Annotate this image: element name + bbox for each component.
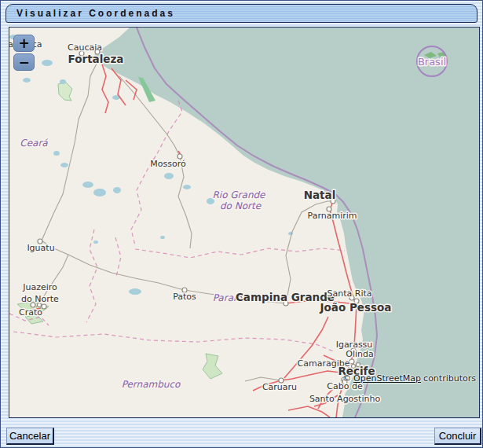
- country-label: Brasil: [418, 56, 446, 68]
- city-label: Fortaleza: [68, 53, 124, 65]
- city-label: Olinda: [346, 349, 373, 359]
- openstreetmap-link[interactable]: OpenStreetMap: [353, 373, 421, 384]
- city-label: Patos: [173, 292, 196, 302]
- cancel-button[interactable]: Cancelar: [6, 428, 54, 445]
- lake: [60, 79, 66, 84]
- zoom-in-button[interactable]: +: [13, 35, 35, 52]
- lake: [93, 241, 98, 244]
- map-panel: BrasilCearáRio Grandedo NorteParaíbaPern…: [9, 27, 480, 418]
- city-label: Crato: [19, 307, 42, 318]
- state-label: Rio Grande: [212, 189, 266, 200]
- city-label: Iguatu: [27, 243, 54, 253]
- lake: [82, 182, 93, 188]
- state-label: do Norte: [220, 200, 262, 211]
- lake: [129, 288, 141, 295]
- state-label: Pernambuco: [122, 379, 181, 390]
- lake: [60, 163, 68, 167]
- map-attribution: ©OpenStreetMapcontributors: [342, 373, 476, 384]
- city-label: Mossoró: [150, 159, 186, 169]
- lake: [183, 185, 191, 189]
- lake: [160, 236, 165, 239]
- city-label: Caruaru: [262, 382, 297, 392]
- lake: [42, 60, 53, 66]
- lake: [113, 187, 121, 193]
- dialog-window: Visualizar Coordenadas BrasilCearáRio Gr…: [0, 0, 483, 448]
- state-label: Ceará: [20, 138, 48, 149]
- attribution-suffix: contributors: [423, 373, 476, 384]
- window-title: Visualizar Coordenadas: [16, 8, 175, 19]
- zoom-control: + −: [13, 35, 35, 71]
- title-bar[interactable]: Visualizar Coordenadas: [5, 4, 478, 23]
- lake: [53, 151, 60, 156]
- lake: [93, 189, 106, 196]
- map-canvas[interactable]: BrasilCearáRio Grandedo NorteParaíbaPern…: [9, 28, 479, 417]
- city-label: do Norte: [21, 294, 59, 304]
- city-label: Santa Rita: [327, 288, 372, 299]
- attribution-prefix: ©: [342, 373, 351, 384]
- confirm-button[interactable]: Concluir: [434, 428, 481, 445]
- city-label: Juazeiro: [22, 282, 57, 292]
- city-label: Natal: [304, 189, 336, 201]
- lake: [164, 173, 174, 179]
- city-label: Parnamirim: [308, 211, 357, 221]
- zoom-out-button[interactable]: −: [13, 53, 35, 71]
- lake: [23, 78, 31, 83]
- city-marker: [349, 359, 354, 364]
- city-label: Santo Agostinho: [309, 394, 381, 404]
- city-label: João Pessoa: [320, 301, 392, 314]
